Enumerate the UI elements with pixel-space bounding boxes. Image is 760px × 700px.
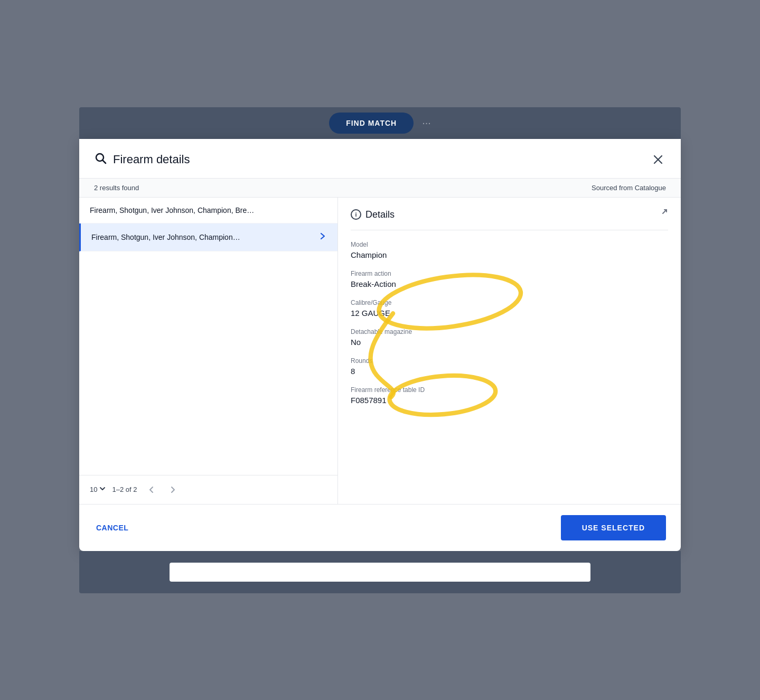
detail-field-magazine: Detachable magazine No: [351, 328, 668, 347]
background-bottom-bar: [79, 551, 681, 593]
modal-title: Firearm details: [113, 153, 190, 166]
modal-footer: CANCEL USE SELECTED: [79, 504, 681, 551]
find-match-button[interactable]: FIND MATCH: [329, 113, 414, 134]
detail-field-rounds: Rounds 8: [351, 357, 668, 376]
modal-title-area: Firearm details: [94, 152, 190, 167]
details-header: i Details: [351, 208, 668, 230]
modal-header: Firearm details: [79, 139, 681, 179]
prev-page-button[interactable]: [143, 483, 159, 497]
detail-field-ref-id: Firearm reference table ID F0857891: [351, 386, 668, 405]
detail-value-ref-id: F0857891: [351, 396, 668, 405]
list-item-selected[interactable]: Firearm, Shotgun, Iver Johnson, Champion…: [79, 223, 337, 251]
more-options-icon[interactable]: ···: [422, 117, 431, 129]
details-title-area: i Details: [351, 209, 395, 220]
svg-line-4: [663, 210, 667, 213]
detail-value-rounds: 8: [351, 367, 668, 376]
chevron-down-icon: [99, 486, 106, 493]
next-page-button[interactable]: [165, 483, 181, 497]
list-item-text-2: Firearm, Shotgun, Iver Johnson, Champion…: [91, 233, 240, 241]
detail-label-rounds: Rounds: [351, 357, 668, 365]
detail-label-model: Model: [351, 241, 668, 248]
detail-label-ref-id: Firearm reference table ID: [351, 386, 668, 394]
detail-label-action: Firearm action: [351, 270, 668, 277]
page-size-value: 10: [90, 486, 97, 493]
sourced-label: Sourced from Catalogue: [592, 184, 666, 192]
info-icon: i: [351, 209, 361, 220]
page-wrapper: FIND MATCH ··· Firearm details: [79, 107, 681, 593]
search-icon: [94, 152, 107, 167]
details-title: Details: [365, 209, 395, 220]
modal: Firearm details 2 results found Sourced …: [79, 139, 681, 551]
detail-field-calibre: Calibre/Gauge 12 GAUGE: [351, 299, 668, 318]
details-panel: i Details Model Champion: [338, 198, 681, 504]
detail-value-action: Break-Action: [351, 279, 668, 288]
close-button[interactable]: [650, 152, 666, 167]
svg-line-1: [103, 160, 106, 163]
list-item-text-1: Firearm, Shotgun, Iver Johnson, Champion…: [90, 206, 254, 214]
page-info: 1–2 of 2: [112, 486, 137, 493]
modal-content: Firearm, Shotgun, Iver Johnson, Champion…: [79, 198, 681, 504]
list-panel: Firearm, Shotgun, Iver Johnson, Champion…: [79, 198, 338, 504]
detail-value-model: Champion: [351, 250, 668, 259]
detail-value-calibre: 12 GAUGE: [351, 309, 668, 318]
list-items: Firearm, Shotgun, Iver Johnson, Champion…: [79, 198, 337, 475]
cancel-button[interactable]: CANCEL: [94, 519, 130, 536]
detail-value-magazine: No: [351, 338, 668, 347]
chevron-right-icon: [318, 232, 327, 242]
page-size-select[interactable]: 10: [90, 486, 106, 493]
expand-icon[interactable]: [658, 208, 668, 221]
results-count: 2 results found: [94, 184, 139, 192]
results-bar: 2 results found Sourced from Catalogue: [79, 179, 681, 198]
detail-label-magazine: Detachable magazine: [351, 328, 668, 335]
detail-field-model: Model Champion: [351, 241, 668, 259]
background-input-bar: [170, 563, 590, 582]
list-item[interactable]: Firearm, Shotgun, Iver Johnson, Champion…: [79, 198, 337, 223]
use-selected-button[interactable]: USE SELECTED: [561, 515, 666, 540]
background-top-bar: FIND MATCH ···: [79, 107, 681, 139]
pagination: 10 1–2 of 2: [79, 475, 337, 504]
detail-field-action: Firearm action Break-Action: [351, 270, 668, 288]
detail-label-calibre: Calibre/Gauge: [351, 299, 668, 306]
